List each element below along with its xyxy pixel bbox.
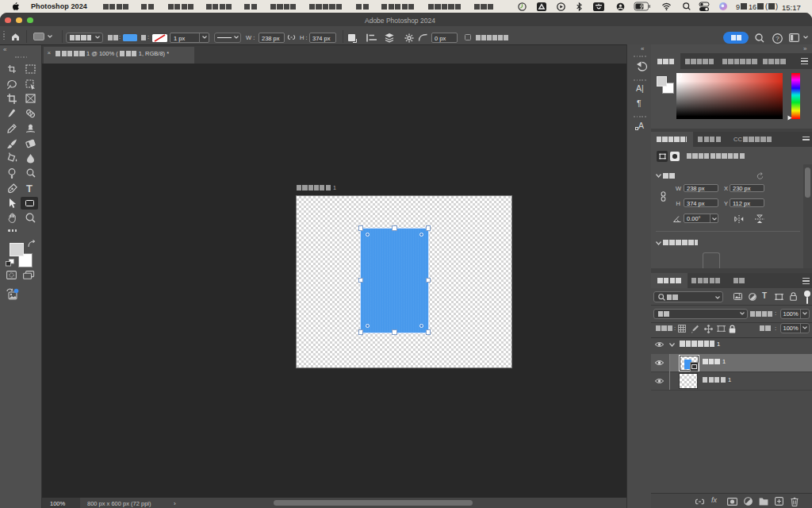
svg-text:?: ? [776,35,779,42]
